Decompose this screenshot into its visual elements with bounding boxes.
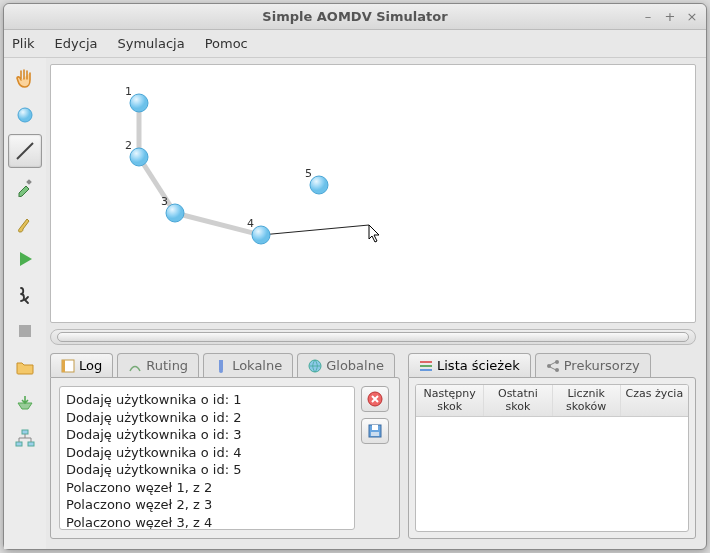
hand-tool[interactable]	[8, 62, 42, 96]
log-line: Polaczono węzeł 3, z 4	[66, 514, 348, 530]
routing-icon	[128, 359, 142, 373]
node[interactable]	[252, 226, 270, 244]
th-hop-count[interactable]: Licznik skoków	[553, 385, 621, 416]
svg-rect-15	[371, 432, 379, 436]
open-tool[interactable]	[8, 350, 42, 384]
svg-rect-14	[372, 425, 378, 430]
tab-global[interactable]: Globalne	[297, 353, 395, 377]
log-line: Dodaję użytkownika o id: 1	[66, 391, 348, 409]
th-ttl[interactable]: Czas życia	[621, 385, 688, 416]
node[interactable]	[130, 148, 148, 166]
line-tool[interactable]	[8, 134, 42, 168]
share-icon	[546, 359, 560, 373]
cursor-icon	[369, 225, 379, 242]
globe-icon	[308, 359, 322, 373]
log-buttons	[361, 386, 391, 530]
main-area: 12345 Log Ruting Lokalne Globalne Dodaję…	[46, 58, 706, 549]
drawing-line	[261, 225, 369, 235]
paths-table: Następny skok Ostatni skok Licznik skokó…	[415, 384, 689, 532]
stop-tool[interactable]	[8, 314, 42, 348]
log-panel-body: Dodaję użytkownika o id: 1Dodaję użytkow…	[50, 377, 400, 539]
maximize-button[interactable]: +	[662, 9, 678, 24]
svg-rect-8	[62, 360, 65, 372]
log-icon	[61, 359, 75, 373]
node[interactable]	[130, 94, 148, 112]
canvas-hscrollbar[interactable]	[50, 329, 696, 345]
link[interactable]	[139, 157, 175, 213]
svg-line-1	[17, 143, 33, 159]
clear-log-button[interactable]	[361, 386, 389, 412]
close-button[interactable]: ×	[684, 9, 700, 24]
node-label: 1	[125, 85, 132, 98]
svg-rect-3	[19, 325, 31, 337]
play-tool[interactable]	[8, 242, 42, 276]
log-line: Dodaję użytkownika o id: 5	[66, 461, 348, 479]
svg-rect-6	[28, 442, 34, 446]
svg-rect-18	[420, 369, 432, 371]
log-line: Dodaję użytkownika o id: 4	[66, 444, 348, 462]
menu-edit[interactable]: Edycja	[55, 36, 98, 51]
tab-local[interactable]: Lokalne	[203, 353, 293, 377]
svg-point-10	[219, 369, 223, 373]
scrollbar-thumb[interactable]	[57, 332, 689, 342]
left-panel: Log Ruting Lokalne Globalne Dodaję użytk…	[50, 349, 400, 539]
menu-simulation[interactable]: Symulacja	[117, 36, 184, 51]
menu-help[interactable]: Pomoc	[205, 36, 248, 51]
node-label: 3	[161, 195, 168, 208]
body: 12345 Log Ruting Lokalne Globalne Dodaję…	[4, 58, 706, 549]
log-line: Polaczono węzeł 1, z 2	[66, 479, 348, 497]
log-output: Dodaję użytkownika o id: 1Dodaję użytkow…	[59, 386, 355, 530]
titlebar: Simple AOMDV Simulator – + ×	[4, 4, 706, 30]
tab-paths[interactable]: Lista ścieżek	[408, 353, 531, 377]
step-tool[interactable]	[8, 278, 42, 312]
save-log-button[interactable]	[361, 418, 389, 444]
list-icon	[419, 359, 433, 373]
svg-rect-9	[219, 360, 223, 370]
local-icon	[214, 359, 228, 373]
bottom-panels: Log Ruting Lokalne Globalne Dodaję użytk…	[50, 349, 696, 539]
node[interactable]	[166, 204, 184, 222]
window-controls: – + ×	[640, 9, 700, 24]
node-label: 2	[125, 139, 132, 152]
th-last-hop[interactable]: Ostatni skok	[484, 385, 552, 416]
svg-point-0	[18, 108, 32, 122]
window-title: Simple AOMDV Simulator	[4, 9, 706, 24]
canvas[interactable]: 12345	[50, 64, 696, 323]
brush-tool[interactable]	[8, 206, 42, 240]
svg-rect-2	[26, 179, 32, 185]
menu-file[interactable]: Plik	[12, 36, 35, 51]
svg-rect-4	[22, 430, 28, 434]
network-tool[interactable]	[8, 422, 42, 456]
app-window: Simple AOMDV Simulator – + × Plik Edycja…	[3, 3, 707, 550]
tab-routing[interactable]: Ruting	[117, 353, 199, 377]
save-tool[interactable]	[8, 386, 42, 420]
left-tabs: Log Ruting Lokalne Globalne	[50, 349, 400, 377]
menubar: Plik Edycja Symulacja Pomoc	[4, 30, 706, 58]
log-line: Polaczono węzeł 2, z 3	[66, 496, 348, 514]
paths-panel-body: Następny skok Ostatni skok Licznik skokó…	[408, 377, 696, 539]
node-label: 5	[305, 167, 312, 180]
svg-rect-5	[16, 442, 22, 446]
tab-log[interactable]: Log	[50, 353, 113, 377]
node-label: 4	[247, 217, 254, 230]
svg-rect-16	[420, 361, 432, 363]
log-line: Dodaję użytkownika o id: 3	[66, 426, 348, 444]
right-tabs: Lista ścieżek Prekursorzy	[408, 349, 696, 377]
log-line: Dodaję użytkownika o id: 2	[66, 409, 348, 427]
tab-precursors[interactable]: Prekursorzy	[535, 353, 651, 377]
picker-tool[interactable]	[8, 170, 42, 204]
minimize-button[interactable]: –	[640, 9, 656, 24]
toolbar	[4, 58, 46, 549]
th-next-hop[interactable]: Następny skok	[416, 385, 484, 416]
table-header: Następny skok Ostatni skok Licznik skokó…	[416, 385, 688, 417]
right-panel: Lista ścieżek Prekursorzy Następny skok …	[408, 349, 696, 539]
node[interactable]	[310, 176, 328, 194]
node-tool[interactable]	[8, 98, 42, 132]
svg-rect-17	[420, 365, 432, 367]
